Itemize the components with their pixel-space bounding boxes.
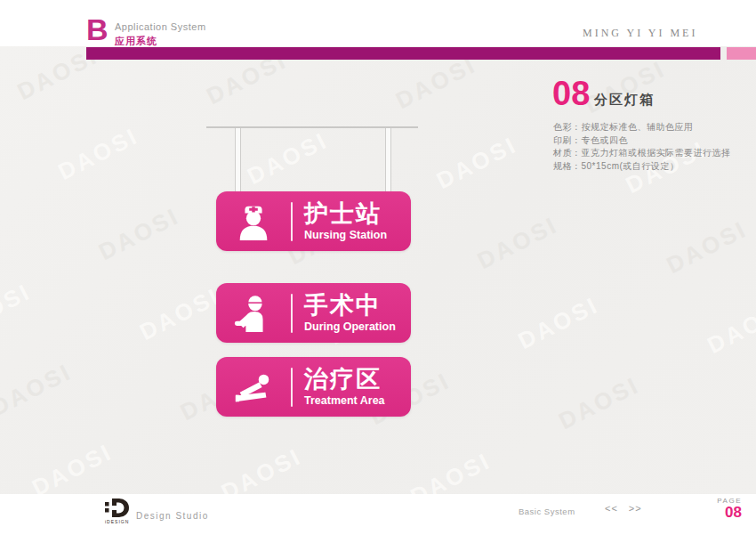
sign-label-en: During Operation <box>304 320 396 333</box>
header-bar-light <box>727 47 756 60</box>
hanging-rod-left <box>235 128 241 192</box>
section-title-zh: 应用系统 <box>115 35 157 48</box>
sign-treatment-area: 治疗区 Treatment Area <box>216 357 411 417</box>
sign-label-zh: 护士站 <box>304 202 387 226</box>
prev-page-button[interactable]: << <box>605 503 618 514</box>
sign-label-en: Nursing Station <box>304 229 387 241</box>
logo-wordmark: iDESIGN <box>105 519 129 524</box>
spec-size: 规格：50*15cm(或自行设定） <box>553 160 731 174</box>
spec-color: 色彩：按规定标准色、辅助色应用 <box>553 121 731 134</box>
hanging-rod-right <box>385 128 391 192</box>
sign-divider <box>291 294 293 333</box>
vi-manual-page: DAOSIDAOSIDAOSIDAOSIDAOSIDAOSIDAOSIDAOSI… <box>0 0 756 535</box>
spec-list: 色彩：按规定标准色、辅助色应用 印刷：专色或四色 材质：亚克力灯箱或根据实际需要… <box>553 121 731 173</box>
studio-name: Design Studio <box>136 511 209 521</box>
page-number: 08 <box>717 505 742 522</box>
section-title-en: Application System <box>115 21 206 32</box>
brand-name: MING YI YI MEI <box>583 27 697 40</box>
pagination: <<>> <box>605 503 653 514</box>
spec-print: 印刷：专色或四色 <box>553 134 731 148</box>
sign-label-zh: 手术中 <box>304 294 396 318</box>
sign-label-zh: 治疗区 <box>304 368 385 392</box>
nurse-icon <box>216 201 291 242</box>
header-bar-dark <box>86 47 720 60</box>
spec-material: 材质：亚克力灯箱或根据实际需要进行选择 <box>553 147 731 160</box>
page-indicator: PAGE 08 <box>717 497 742 522</box>
patient-bed-icon <box>216 367 291 408</box>
surgeon-icon <box>216 293 291 334</box>
sign-during-operation: 手术中 During Operation <box>216 283 411 343</box>
sign-divider <box>291 202 293 241</box>
item-title: 分区灯箱 <box>594 92 655 109</box>
next-page-button[interactable]: >> <box>629 503 642 514</box>
content-background: DAOSIDAOSIDAOSIDAOSIDAOSIDAOSIDAOSIDAOSI… <box>0 46 756 494</box>
sign-label-en: Treatment Area <box>304 394 385 407</box>
sign-divider <box>291 368 293 407</box>
sign-nursing-station: 护士站 Nursing Station <box>216 191 411 251</box>
watermark-layer: DAOSIDAOSIDAOSIDAOSIDAOSIDAOSIDAOSIDAOSI… <box>0 46 756 494</box>
section-letter: B <box>86 14 109 45</box>
system-label: Basic System <box>519 507 575 516</box>
item-number: 08 <box>552 77 590 110</box>
